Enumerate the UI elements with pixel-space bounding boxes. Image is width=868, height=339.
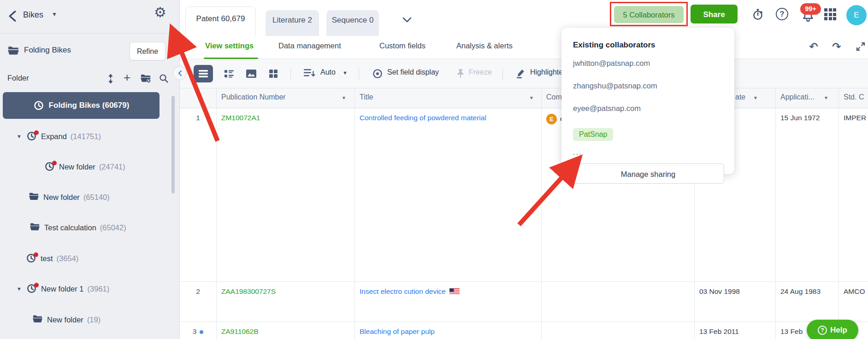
application-date-cell: 15 Jun 1972	[776, 108, 839, 281]
title-link[interactable]: Controlled feeding of powdered material	[355, 108, 542, 281]
folder-count: (24741)	[99, 163, 125, 171]
collaborator-email: jwhitton@patsnap.com	[573, 59, 650, 68]
row-number: 2	[180, 282, 217, 321]
caret-down-icon[interactable]: ▼	[342, 95, 346, 100]
subtab-custom-fields[interactable]: Custom fields	[379, 41, 425, 50]
avatar[interactable]: E	[846, 5, 867, 25]
freeze-pin-icon[interactable]	[456, 68, 465, 79]
header-title[interactable]: Title ▼	[355, 88, 542, 108]
folder-label: Expand	[41, 132, 67, 141]
apps-grid-icon[interactable]	[824, 8, 836, 20]
grid-view-button[interactable]	[264, 65, 283, 82]
expand-collapse-all-icon[interactable]	[106, 73, 115, 84]
folder-item[interactable]: test (3654)	[26, 251, 78, 265]
toolbar-divider	[502, 68, 503, 80]
set-field-display-button[interactable]: Set field display	[387, 68, 439, 76]
help-button[interactable]: ? Help	[807, 320, 858, 339]
folder-item[interactable]: ▼ Expand (141751)	[17, 129, 101, 143]
back-icon[interactable]	[7, 10, 19, 22]
folder-item-selected[interactable]: Folding Bikes (60679)	[3, 92, 159, 119]
title-link[interactable]: Insect electro cution device	[355, 282, 542, 321]
caret-down-icon[interactable]: ▼	[17, 286, 22, 292]
manage-folders-icon[interactable]	[140, 73, 151, 83]
freeze-button[interactable]: Freeze	[469, 68, 492, 76]
detail-view-button[interactable]	[219, 65, 239, 82]
caret-down-icon[interactable]: ▼	[17, 134, 22, 139]
stopwatch-icon[interactable]	[751, 8, 764, 21]
publication-number-link[interactable]: ZAA198300727S	[217, 282, 355, 321]
workspace-name[interactable]: Bikes	[23, 10, 43, 20]
annotation-highlight-box	[610, 2, 688, 26]
sidebar-header: Bikes ▼ ⚙	[0, 0, 179, 34]
sidebar: Bikes ▼ ⚙ Folding Bikes Refine Folder + …	[0, 0, 180, 339]
folder-count: (3961)	[88, 285, 110, 293]
folder-item[interactable]: Test calculation (65042)	[30, 221, 126, 234]
help-circle-icon[interactable]: ?	[776, 8, 789, 21]
tab-patent[interactable]: Patent 60,679	[185, 6, 256, 36]
folder-count: (3654)	[57, 254, 79, 263]
subtab-analysis-alerts[interactable]: Analysis & alerts	[456, 41, 513, 50]
image-view-button[interactable]	[242, 65, 261, 82]
folder-item[interactable]: New folder (24741)	[44, 160, 125, 174]
list-view-button[interactable]	[194, 65, 213, 82]
fullscreen-icon[interactable]	[856, 41, 866, 52]
help-question-icon: ?	[818, 326, 827, 335]
header-std-code[interactable]: Std. C	[839, 88, 868, 108]
folder-item[interactable]: ▼ New folder 1 (3961)	[17, 282, 109, 296]
view-toolbar: Auto ▼ Set field display Freeze Highligh…	[180, 59, 868, 88]
patsnap-tag: PatSnap	[573, 128, 613, 141]
folder-label: test	[41, 254, 53, 263]
search-folders-icon[interactable]	[159, 73, 169, 83]
application-date-cell: 24 Aug 1983	[776, 282, 839, 321]
alert-dot	[34, 130, 39, 135]
sidebar-scrollbar[interactable]	[171, 96, 175, 193]
header-application[interactable]: Applicati... ▼	[776, 88, 839, 108]
header-row-number	[180, 88, 217, 108]
manage-sharing-button[interactable]: Manage sharing	[572, 164, 724, 184]
highlighter-icon[interactable]	[515, 68, 526, 79]
collapse-sidebar-icon[interactable]	[173, 66, 187, 80]
add-folder-icon[interactable]: +	[124, 72, 130, 82]
comments-cell[interactable]	[542, 282, 695, 321]
caret-down-icon[interactable]: ▼	[529, 95, 534, 100]
redo-icon[interactable]: ↷	[831, 41, 843, 53]
std-code-cell: AMCO	[839, 282, 868, 321]
std-code-cell: IMPER	[839, 108, 868, 281]
highlighter-button[interactable]: Highlighter	[530, 68, 565, 76]
publication-number-link[interactable]: ZM10072A1	[217, 108, 355, 281]
subtab-view-settings[interactable]: View settings	[205, 41, 254, 50]
set-field-display-icon[interactable]	[372, 69, 383, 79]
header-publication-number[interactable]: Publication Number ▼	[217, 88, 355, 108]
tab-overflow-chevron-icon[interactable]	[402, 17, 412, 23]
caret-down-icon[interactable]: ▼	[824, 95, 828, 100]
publication-number-link[interactable]: ZA911062B	[217, 322, 355, 339]
folder-panel-label: Folder	[7, 74, 29, 82]
undo-icon[interactable]: ↶	[808, 41, 820, 53]
caret-down-icon[interactable]: ▼	[753, 95, 758, 100]
folder-label: New folder	[47, 316, 83, 324]
folder-item[interactable]: New folder (19)	[32, 313, 100, 327]
toolbar-divider	[359, 68, 359, 80]
alert-dot	[52, 161, 57, 165]
subtab-data-management[interactable]: Data management	[278, 41, 341, 50]
refine-button[interactable]: Refine	[130, 42, 165, 60]
folder-label: New folder 1	[41, 285, 84, 293]
tab-literature[interactable]: Literature 2	[266, 10, 319, 36]
auto-dropdown[interactable]: Auto	[320, 68, 336, 76]
history-alert-icon	[26, 131, 37, 142]
sort-icon[interactable]	[303, 68, 315, 78]
folder-item[interactable]: New folder (65140)	[29, 190, 110, 204]
date-cell: 13 Feb 2011	[695, 322, 776, 339]
project-row: Folding Bikes Refine	[0, 41, 179, 62]
workspace-caret-icon[interactable]: ▼	[52, 11, 57, 18]
folder-count: (19)	[87, 316, 100, 324]
title-link[interactable]: Bleaching of paper pulp	[355, 322, 542, 339]
gear-icon[interactable]: ⚙	[154, 6, 166, 19]
share-button[interactable]: Share	[691, 5, 738, 23]
caret-down-icon[interactable]: ▼	[342, 70, 348, 76]
table-header-row: Publication Number ▼ Title ▼ Com ate ▼ A…	[180, 88, 868, 108]
date-cell: 03 Nov 1998	[695, 282, 776, 321]
folder-label: New folder	[59, 163, 95, 171]
comments-cell[interactable]	[542, 322, 695, 339]
tab-sequence[interactable]: Sequence 0	[326, 10, 379, 36]
